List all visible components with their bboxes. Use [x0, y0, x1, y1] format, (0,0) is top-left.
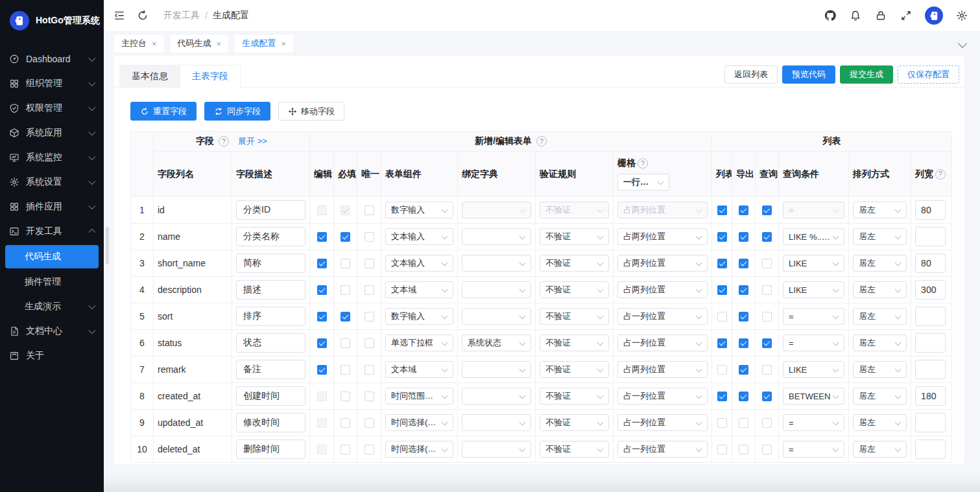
unique-checkbox[interactable]	[365, 285, 374, 295]
required-checkbox[interactable]	[341, 205, 350, 215]
query-checkbox[interactable]	[762, 285, 772, 295]
field-desc-input[interactable]	[236, 333, 305, 353]
dict-select[interactable]	[462, 441, 531, 458]
unique-checkbox[interactable]	[365, 392, 374, 401]
rule-select[interactable]: 不验证	[540, 255, 609, 272]
dict-select[interactable]	[462, 361, 531, 378]
grid-select[interactable]: 占一列位置	[617, 308, 708, 325]
query-cond-select[interactable]: =	[783, 414, 844, 431]
rule-select[interactable]: 不验证	[540, 281, 609, 298]
edit-checkbox[interactable]	[317, 285, 327, 295]
help-icon[interactable]: ?	[219, 136, 229, 146]
grid-select[interactable]: 占一列位置	[617, 334, 708, 351]
query-cond-select[interactable]: LIKE %...%	[783, 228, 844, 245]
component-select[interactable]: 文本输入	[385, 228, 453, 245]
required-checkbox[interactable]	[341, 232, 350, 242]
back-to-list-button[interactable]: 返回列表	[724, 65, 778, 84]
unique-checkbox[interactable]	[365, 445, 374, 454]
sidebar-item-system-app[interactable]: 系统应用	[0, 121, 104, 145]
export-checkbox[interactable]	[739, 312, 748, 322]
submit-generate-button[interactable]: 提交生成	[840, 65, 893, 84]
sidebar-item-plugin-management[interactable]: 插件管理	[0, 270, 104, 294]
tab-main-table-fields[interactable]: 主表字段	[180, 65, 241, 88]
sidebar-item-dashboard[interactable]: Dashboard	[0, 47, 104, 71]
field-desc-input[interactable]	[236, 227, 305, 246]
component-select[interactable]: 时间选择(Y-...	[385, 441, 453, 458]
github-icon[interactable]	[824, 9, 837, 22]
component-select[interactable]: 文本输入	[385, 255, 453, 272]
grid-select[interactable]: 占两列位置	[617, 255, 708, 272]
export-checkbox[interactable]	[739, 285, 748, 295]
align-select[interactable]: 居左	[853, 361, 907, 378]
query-checkbox[interactable]	[762, 259, 772, 268]
field-desc-input[interactable]	[236, 307, 305, 326]
field-desc-input[interactable]	[236, 386, 305, 406]
rule-select[interactable]: 不验证	[540, 388, 609, 404]
edit-checkbox[interactable]	[317, 365, 327, 375]
query-checkbox[interactable]	[762, 232, 772, 242]
rule-select[interactable]: 不验证	[540, 361, 609, 378]
query-cond-select[interactable]: LIKE	[783, 361, 844, 378]
page-tab-gen-config[interactable]: 生成配置×	[235, 35, 293, 53]
grid-select[interactable]: 占两列位置	[617, 202, 708, 218]
sidebar-item-system-settings[interactable]: 系统设置	[0, 170, 104, 194]
close-icon[interactable]: ×	[281, 40, 286, 48]
sidebar-item-generation-demo[interactable]: 生成演示	[0, 294, 104, 319]
query-cond-select[interactable]: LIKE	[783, 255, 844, 272]
list-checkbox[interactable]	[717, 392, 727, 401]
dict-select[interactable]	[462, 414, 531, 431]
sidebar-item-permission-management[interactable]: 权限管理	[0, 96, 104, 121]
query-cond-select[interactable]: =	[783, 441, 844, 458]
list-checkbox[interactable]	[717, 232, 727, 242]
export-checkbox[interactable]	[739, 205, 748, 215]
rule-select[interactable]: 不验证	[540, 334, 609, 351]
edit-checkbox[interactable]	[317, 259, 327, 268]
help-icon[interactable]: ?	[536, 136, 547, 146]
edit-checkbox[interactable]	[317, 392, 327, 401]
component-select[interactable]: 数字输入	[385, 308, 453, 325]
query-checkbox[interactable]	[762, 312, 772, 322]
query-checkbox[interactable]	[762, 338, 772, 348]
rule-select[interactable]: 不验证	[540, 441, 609, 458]
reset-fields-button[interactable]: 重置字段	[130, 102, 197, 121]
align-select[interactable]: 居左	[853, 281, 907, 298]
query-cond-select[interactable]: =	[783, 334, 844, 351]
sidebar-item-doc-center[interactable]: 文档中心	[0, 319, 104, 344]
edit-checkbox[interactable]	[317, 418, 327, 428]
align-select[interactable]: 居左	[853, 228, 907, 245]
unique-checkbox[interactable]	[365, 259, 374, 268]
required-checkbox[interactable]	[341, 418, 350, 428]
component-select[interactable]: 单选下拉框	[385, 334, 453, 351]
component-select[interactable]: 时间选择(Y-...	[385, 414, 453, 431]
unique-checkbox[interactable]	[365, 232, 374, 242]
expand-link[interactable]: 展开 >>	[238, 135, 267, 147]
list-checkbox[interactable]	[717, 365, 727, 375]
col-width-input[interactable]	[915, 386, 946, 406]
export-checkbox[interactable]	[739, 232, 748, 242]
avatar[interactable]	[925, 6, 943, 25]
dict-select[interactable]	[462, 202, 531, 218]
unique-checkbox[interactable]	[365, 312, 374, 322]
breadcrumb-item[interactable]: 开发工具	[163, 10, 200, 21]
align-select[interactable]: 居左	[853, 334, 907, 351]
required-checkbox[interactable]	[341, 285, 350, 295]
edit-checkbox[interactable]	[317, 445, 327, 454]
component-select[interactable]: 文本域	[385, 281, 453, 298]
list-checkbox[interactable]	[717, 205, 727, 215]
help-icon[interactable]: ?	[935, 169, 946, 180]
sidebar-item-about[interactable]: 关于	[0, 344, 104, 368]
preview-code-button[interactable]: 预览代码	[782, 65, 835, 84]
export-checkbox[interactable]	[739, 445, 748, 454]
grid-select[interactable]: 占两列位置	[617, 228, 708, 245]
col-width-input[interactable]	[915, 307, 946, 326]
page-tab-console[interactable]: 主控台×	[114, 35, 164, 53]
grid-layout-select[interactable]: 一行两列	[617, 174, 669, 191]
sidebar-item-code-generation[interactable]: 代码生成	[5, 245, 99, 268]
sync-fields-button[interactable]: 同步字段	[204, 102, 270, 121]
export-checkbox[interactable]	[739, 392, 748, 401]
sidebar-item-plugin-app[interactable]: 插件应用	[0, 194, 104, 219]
field-desc-input[interactable]	[236, 413, 305, 432]
grid-select[interactable]: 占一列位置	[617, 441, 708, 458]
field-desc-input[interactable]	[236, 439, 305, 459]
list-checkbox[interactable]	[717, 259, 727, 268]
